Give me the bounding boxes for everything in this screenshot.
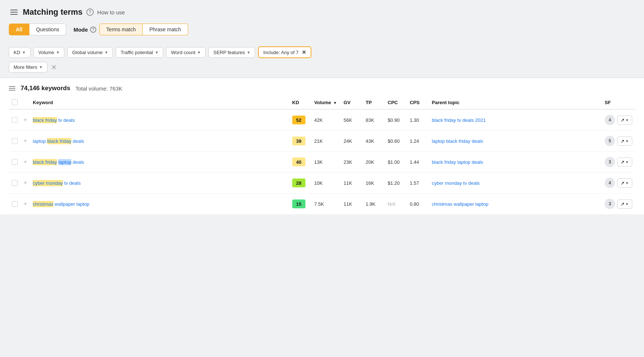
cps-cell: 1.44: [407, 152, 429, 173]
cps-cell: 1.24: [407, 131, 429, 152]
keyword-link[interactable]: laptop black friday deals: [33, 138, 84, 144]
header-gv: GV: [341, 96, 363, 109]
gv-cell: 24K: [341, 131, 363, 152]
global-volume-filter[interactable]: Global volume ▼: [67, 47, 113, 58]
add-keyword-0[interactable]: +: [24, 117, 27, 123]
trend-icon: ↗: [620, 201, 625, 207]
trend-chevron-icon: ▼: [625, 181, 629, 185]
table-container: Keyword KD Volume ▼ GV TP CPC CPS Parent…: [9, 96, 635, 215]
keyword-text: deals: [71, 138, 84, 144]
parent-topic-link[interactable]: christmas wallpaper laptop: [432, 201, 489, 207]
parent-topic-link[interactable]: black friday tv deals 2021: [432, 117, 486, 123]
sf-actions: 3 ↗ ▼: [605, 199, 632, 209]
mode-help-icon[interactable]: ?: [90, 26, 96, 33]
keyword-text: laptop: [33, 138, 47, 144]
trend-chevron-icon: ▼: [625, 139, 629, 143]
cpc-cell: $0.60: [385, 131, 407, 152]
kd-filter[interactable]: KD ▼: [9, 47, 31, 58]
terms-match-tab[interactable]: Terms match: [99, 24, 143, 35]
word-count-filter[interactable]: Word count ▼: [166, 47, 205, 58]
sf-actions: 4 ↗ ▼: [605, 178, 632, 188]
serp-features-filter[interactable]: SERP features ▼: [208, 47, 255, 58]
sf-actions: 4 ↗ ▼: [605, 115, 632, 125]
traffic-potential-filter[interactable]: Traffic potential ▼: [116, 47, 163, 58]
add-keyword-3[interactable]: +: [24, 180, 27, 186]
trend-button[interactable]: ↗ ▼: [617, 178, 632, 188]
parent-topic-link[interactable]: cyber monday tv deals: [432, 180, 480, 186]
cps-cell: 1.30: [407, 109, 429, 131]
sf-badge: 4: [605, 115, 615, 125]
keyword-highlight-blue: laptop: [58, 159, 71, 165]
total-volume: Total volume: 763K: [75, 85, 122, 92]
table-header-row: Keyword KD Volume ▼ GV TP CPC CPS Parent…: [9, 96, 635, 109]
table-row: +black friday laptop deals4013K23K20K$1.…: [9, 152, 635, 173]
trend-icon: ↗: [620, 180, 625, 186]
row-checkbox-1[interactable]: [12, 138, 18, 144]
keyword-highlight-orange: black friday: [33, 159, 57, 165]
tab-all[interactable]: All: [9, 24, 29, 35]
row-checkbox-2[interactable]: [12, 159, 18, 165]
table-row: +cyber monday tv deals2810K11K16K$1.201.…: [9, 173, 635, 194]
volume-cell: 10K: [311, 173, 341, 194]
keyword-highlight-orange: cyber monday: [33, 180, 63, 186]
sf-badge: 4: [605, 178, 615, 188]
parent-topic-link[interactable]: black friday laptop deals: [432, 159, 483, 165]
hamburger-icon[interactable]: [9, 8, 19, 16]
keywords-count: 74,146 keywords: [21, 85, 70, 92]
keyword-highlight-orange: christmas: [33, 201, 53, 207]
keyword-link[interactable]: christmas wallpaper laptop: [33, 201, 89, 207]
header-cps: CPS: [407, 96, 429, 109]
title-row: Matching terms ? How to use: [9, 7, 635, 17]
volume-filter[interactable]: Volume ▼: [33, 47, 64, 58]
include-close-icon[interactable]: ✕: [302, 49, 306, 55]
tab-questions[interactable]: Questions: [29, 24, 66, 35]
trend-button[interactable]: ↗ ▼: [617, 116, 632, 125]
gv-cell: 11K: [341, 194, 363, 215]
kd-badge: 39: [292, 137, 305, 145]
trend-button[interactable]: ↗ ▼: [617, 199, 632, 209]
table-row: +black friday tv deals5242K56K83K$0.901.…: [9, 109, 635, 131]
header-sf: SF: [602, 96, 635, 109]
keyword-text: tv deals: [63, 180, 80, 186]
table-row: +christmas wallpaper laptop157.5K11K1.9K…: [9, 194, 635, 215]
header-parent-topic: Parent topic: [429, 96, 602, 109]
keyword-link[interactable]: cyber monday tv deals: [33, 180, 80, 186]
gv-cell: 56K: [341, 109, 363, 131]
how-to-use-link[interactable]: How to use: [97, 9, 125, 15]
row-checkbox-4[interactable]: [12, 201, 18, 207]
more-filters-button[interactable]: More filters ▼: [9, 62, 47, 73]
include-filter[interactable]: Include: Any of 7 ✕: [258, 46, 311, 58]
add-keyword-4[interactable]: +: [24, 201, 27, 207]
volume-sort-icon: ▼: [333, 101, 337, 105]
sf-badge: 3: [605, 199, 615, 209]
keyword-text: laptop: [76, 201, 89, 207]
row-checkbox-3[interactable]: [12, 180, 18, 186]
header-volume[interactable]: Volume ▼: [311, 96, 341, 109]
kd-badge: 52: [292, 116, 305, 124]
keyword-link[interactable]: black friday tv deals: [33, 117, 75, 123]
trend-button[interactable]: ↗ ▼: [617, 137, 632, 146]
select-all-checkbox[interactable]: [12, 99, 18, 105]
grid-icon[interactable]: [9, 86, 15, 91]
add-keyword-1[interactable]: +: [24, 138, 27, 144]
keyword-link[interactable]: black friday laptop deals: [33, 159, 84, 165]
row-checkbox-0[interactable]: [12, 117, 18, 123]
kd-badge: 15: [292, 199, 305, 208]
filters-section: KD ▼ Volume ▼ Global volume ▼ Traffic po…: [0, 41, 644, 78]
na-value: N/A: [388, 201, 396, 207]
cpc-cell: $1.00: [385, 152, 407, 173]
help-icon[interactable]: ?: [86, 8, 94, 16]
volume-cell: 13K: [311, 152, 341, 173]
trend-icon: ↗: [620, 138, 625, 144]
trend-button[interactable]: ↗ ▼: [617, 158, 632, 167]
clear-filters-icon[interactable]: ✕: [51, 63, 57, 71]
phrase-match-tab[interactable]: Phrase match: [143, 24, 188, 35]
parent-topic-link[interactable]: laptop black friday deals: [432, 138, 483, 144]
volume-chevron-icon: ▼: [56, 50, 60, 54]
add-keyword-2[interactable]: +: [24, 159, 27, 165]
keyword-highlight-orange: black friday: [33, 117, 57, 123]
page-container: Matching terms ? How to use All Question…: [0, 0, 644, 357]
trend-chevron-icon: ▼: [625, 160, 629, 164]
keyword-text: tv deals: [57, 117, 75, 123]
table-body: +black friday tv deals5242K56K83K$0.901.…: [9, 109, 635, 215]
